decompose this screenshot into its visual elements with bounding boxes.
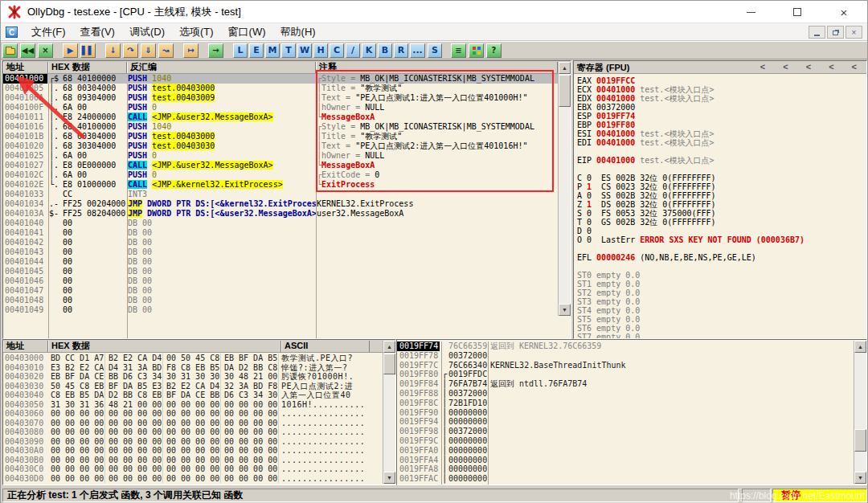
stack-row[interactable]: 0019FFA0│00000000 <box>397 446 852 456</box>
register-row[interactable] <box>577 244 865 253</box>
stack-row[interactable]: 0019FF88│00372000 <box>397 389 852 399</box>
help-button[interactable]: ? <box>486 43 502 58</box>
run-button[interactable]: ▶ <box>63 43 78 58</box>
dump-row[interactable]: 00403020EB BF DA CEBB D6 C3 3430 31 30 3… <box>3 372 381 382</box>
stack-row[interactable]: 0019FFA4│00000000 <box>397 456 852 465</box>
stack-row[interactable]: 0019FF7476C66359返回到 KERNEL32.76C66359 <box>397 341 852 351</box>
register-row[interactable]: ST3 empty 0.0 <box>577 297 865 306</box>
execute-till-return-button[interactable]: ↦ <box>183 43 199 58</box>
stack-row[interactable]: 0019FF84│76FA7B74返回到 ntdll.76FA7B74 <box>397 379 852 389</box>
scroll-down-icon[interactable]: ▼ <box>854 472 866 484</box>
dump-row[interactable]: 004030C000 00 00 0000 00 00 0000 00 00 0… <box>3 464 381 474</box>
register-row[interactable] <box>577 262 865 271</box>
register-row[interactable]: ECX 00401000 test.<模块入口点> <box>577 85 865 94</box>
register-row[interactable]: ST5 empty 0.0 <box>577 315 865 324</box>
register-row[interactable]: ST6 empty 0.0 <box>577 324 865 333</box>
register-row[interactable]: EDX 00401000 test.<模块入口点> <box>577 94 865 103</box>
scroll-down-icon[interactable]: ▼ <box>383 472 395 484</box>
disasm-row[interactable]: 0040104900DB 00 <box>3 305 558 315</box>
close-button[interactable]: × <box>821 1 867 23</box>
view-handles-button[interactable]: H <box>313 43 328 58</box>
register-row[interactable]: EAX 0019FFCC <box>577 76 865 85</box>
view-references-button[interactable]: R <box>394 43 408 58</box>
stack-row[interactable]: 0019FF98│00372000 <box>397 427 852 436</box>
register-row[interactable]: EDI 00401000 test.<模块入口点> <box>577 138 865 147</box>
register-row[interactable]: A 0 SS 002B 32位 0(FFFFFFFF) <box>577 191 865 200</box>
stack-row[interactable]: 0019FFA8│00000000 <box>397 464 852 474</box>
disasm-row[interactable]: 0040104100DB 00 <box>3 228 558 238</box>
register-row[interactable]: EFL 00000246 (NO,NB,E,BE,NS,PE,GE,LE) <box>577 253 865 262</box>
disasm-row[interactable]: 0040104500DB 00 <box>3 267 558 276</box>
register-row[interactable]: ST1 empty 0.0 <box>577 280 865 288</box>
register-row[interactable]: C 0 ES 002B 32位 0(FFFFFFFF) <box>577 174 865 182</box>
dump-row[interactable]: 00403000BD CC D1 A7B2 E2 CA D400 50 45 C… <box>3 354 381 363</box>
disasm-row[interactable]: 00401034.-FF25 00204000JMP DWORD PTR DS:… <box>3 199 558 209</box>
disasm-scrollbar[interactable]: ▲ ▼ <box>558 62 570 316</box>
dump-row[interactable]: 0040305031 30 31 3648 21 00 0000 00 00 0… <box>3 400 381 410</box>
go-to-button[interactable]: → <box>208 43 223 58</box>
menu-item-T[interactable]: 选项(T) <box>172 23 221 41</box>
disasm-row[interactable]: 0040104300DB 00 <box>3 247 558 257</box>
disasm-row[interactable]: 0040104800DB 00 <box>3 296 558 305</box>
view-run-trace-button[interactable]: ... <box>410 43 425 58</box>
scroll-up-icon[interactable]: ▲ <box>559 62 571 74</box>
open-file-button[interactable] <box>2 43 18 58</box>
pause-button[interactable]: ▌▌ <box>80 43 96 58</box>
appearance-button[interactable] <box>469 43 484 58</box>
register-row[interactable]: ST0 empty 0.0 <box>577 271 865 280</box>
dump-row[interactable]: 004030A000 00 00 0000 00 00 0000 00 00 0… <box>3 446 381 456</box>
view-memory-button[interactable]: M <box>265 43 280 58</box>
stack-scrollbar[interactable]: ▲ ▼ <box>854 341 866 484</box>
register-row[interactable] <box>577 165 865 174</box>
dump-row[interactable]: 004030B000 00 00 0000 00 00 0000 00 00 0… <box>3 456 381 465</box>
view-threads-button[interactable]: T <box>281 43 296 58</box>
stack-row[interactable]: 0019FF9C│00000000 <box>397 436 852 446</box>
disasm-row[interactable]: 0040104000DB 00 <box>3 219 558 228</box>
view-cpu-button[interactable]: C <box>330 43 344 58</box>
collapse-chevron[interactable]: < <box>829 62 833 72</box>
register-row[interactable]: O 0 LastErr ERROR_SXS_KEY_NOT_FOUND (000… <box>577 235 865 244</box>
stack-row[interactable]: 0019FF8C│72B1FD10 <box>397 399 852 408</box>
close-program-button[interactable]: × <box>38 43 53 58</box>
view-log-button[interactable]: L <box>233 43 248 58</box>
stack-row[interactable]: 0019FF7C76C66340KERNEL32.BaseThreadInitT… <box>397 361 852 370</box>
dump-row[interactable]: 0040307000 00 00 0000 00 00 0000 00 00 0… <box>3 419 381 428</box>
scroll-up-icon[interactable]: ▲ <box>383 341 395 353</box>
trace-over-button[interactable]: ↝ <box>158 43 174 58</box>
menu-item-H[interactable]: 帮助(H) <box>273 23 323 41</box>
disasm-row[interactable]: 0040104600DB 00 <box>3 276 558 286</box>
scroll-down-icon[interactable]: ▼ <box>559 304 571 316</box>
disasm-scroll-thumb[interactable] <box>559 75 571 107</box>
view-executables-button[interactable]: E <box>249 43 264 58</box>
dump-row[interactable]: 0040303050 45 C8 EBBF DA B5 E3B2 E2 CA D… <box>3 382 381 391</box>
menu-item-F[interactable]: 文件(F) <box>24 23 73 41</box>
register-row[interactable]: ESP 0019FF74 <box>577 112 865 121</box>
stack-scroll-thumb[interactable] <box>854 429 866 452</box>
scroll-up-icon[interactable]: ▲ <box>854 341 866 353</box>
mdi-restore-button[interactable] <box>827 26 844 39</box>
dump-row[interactable]: 0040306000 00 00 0000 00 00 0000 00 00 0… <box>3 409 381 419</box>
collapse-chevron[interactable]: < <box>806 62 811 72</box>
disasm-row[interactable]: 0040104400DB 00 <box>3 257 558 267</box>
view-source-button[interactable]: S <box>428 43 442 58</box>
menu-item-D[interactable]: 调试(D) <box>122 23 172 41</box>
disasm-row[interactable]: 0040104200DB 00 <box>3 238 558 247</box>
stack-row[interactable]: 0019FFAC│00000000 <box>397 474 852 484</box>
dump-row[interactable]: 0040309000 00 00 0000 00 00 0000 00 00 0… <box>3 437 381 447</box>
stack-row[interactable]: 0019FF94│00000000 <box>397 417 852 427</box>
windows-list-button[interactable]: ≡ <box>451 43 466 58</box>
mdi-minimize-button[interactable] <box>809 26 825 39</box>
register-row[interactable] <box>577 147 865 156</box>
mdi-close-button[interactable]: × <box>845 26 862 39</box>
stack-row[interactable]: 0019FF7800372000 <box>397 351 852 361</box>
stack-row[interactable]: 0019FF90│00000000 <box>397 408 852 418</box>
restart-button[interactable]: ◀◀ <box>20 43 35 58</box>
dump-row[interactable]: 00403010E3 B2 E2 CAD4 31 3A BDF8 C8 EB B… <box>3 363 381 373</box>
menu-item-V[interactable]: 查看(V) <box>73 23 122 41</box>
view-patches-button[interactable]: / <box>346 43 360 58</box>
step-into-button[interactable]: ↓ <box>105 43 121 58</box>
view-breakpoints-button[interactable]: B <box>378 43 392 58</box>
dump-row[interactable]: 0040308000 00 00 0000 00 00 0000 00 00 0… <box>3 427 381 437</box>
stack-row[interactable]: 0019FF80┌0019FFDC <box>397 370 852 379</box>
register-row[interactable]: Z 1 DS 002B 32位 0(FFFFFFFF) <box>577 200 865 209</box>
